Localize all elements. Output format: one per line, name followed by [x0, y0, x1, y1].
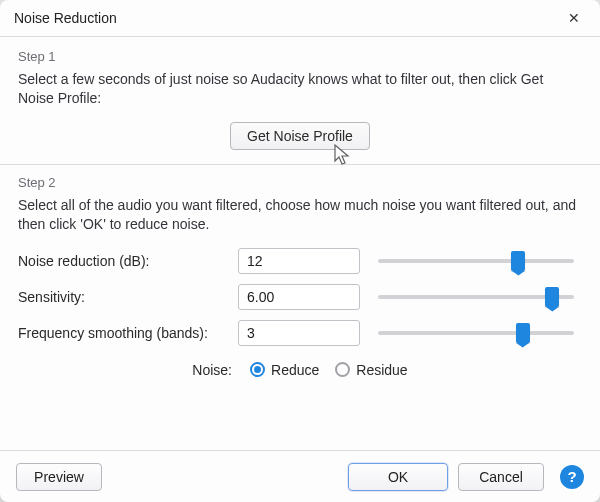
noise-mode-row: Noise: Reduce Residue [18, 362, 582, 378]
step1-body: Select a few seconds of just noise so Au… [18, 70, 582, 108]
step2-body: Select all of the audio you want filtere… [18, 196, 582, 234]
frequency-smoothing-row: Frequency smoothing (bands): [18, 320, 582, 346]
slider-thumb-icon[interactable] [511, 251, 525, 271]
radio-icon [250, 362, 265, 377]
titlebar: Noise Reduction ✕ [0, 0, 600, 36]
get-noise-profile-button[interactable]: Get Noise Profile [230, 122, 370, 150]
preview-button[interactable]: Preview [16, 463, 102, 491]
slider-thumb-icon[interactable] [516, 323, 530, 343]
noise-mode-residue-label: Residue [356, 362, 407, 378]
sensitivity-input[interactable] [238, 284, 360, 310]
noise-reduction-slider[interactable] [370, 248, 582, 274]
frequency-smoothing-label: Frequency smoothing (bands): [18, 325, 228, 341]
noise-mode-reduce-label: Reduce [271, 362, 319, 378]
sensitivity-label: Sensitivity: [18, 289, 228, 305]
radio-icon [335, 362, 350, 377]
close-button[interactable]: ✕ [554, 4, 594, 32]
ok-button[interactable]: OK [348, 463, 448, 491]
step1-heading: Step 1 [18, 49, 582, 64]
noise-mode-reduce-radio[interactable]: Reduce [250, 362, 319, 378]
divider [0, 164, 600, 165]
noise-mode-residue-radio[interactable]: Residue [335, 362, 407, 378]
frequency-smoothing-input[interactable] [238, 320, 360, 346]
sensitivity-row: Sensitivity: [18, 284, 582, 310]
cancel-button[interactable]: Cancel [458, 463, 544, 491]
step2-heading: Step 2 [18, 175, 582, 190]
noise-reduction-dialog: Noise Reduction ✕ Step 1 Select a few se… [0, 0, 600, 502]
slider-track [378, 331, 574, 335]
dialog-footer: Preview OK Cancel ? [0, 450, 600, 502]
sensitivity-slider[interactable] [370, 284, 582, 310]
noise-mode-label: Noise: [192, 362, 232, 378]
noise-reduction-input[interactable] [238, 248, 360, 274]
dialog-content: Step 1 Select a few seconds of just nois… [0, 37, 600, 450]
close-icon: ✕ [568, 10, 580, 26]
noise-reduction-label: Noise reduction (dB): [18, 253, 228, 269]
window-title: Noise Reduction [14, 10, 554, 26]
slider-thumb-icon[interactable] [545, 287, 559, 307]
help-icon: ? [567, 468, 576, 485]
help-button[interactable]: ? [560, 465, 584, 489]
slider-track [378, 259, 574, 263]
get-noise-profile-row: Get Noise Profile [18, 122, 582, 150]
frequency-smoothing-slider[interactable] [370, 320, 582, 346]
noise-reduction-row: Noise reduction (dB): [18, 248, 582, 274]
